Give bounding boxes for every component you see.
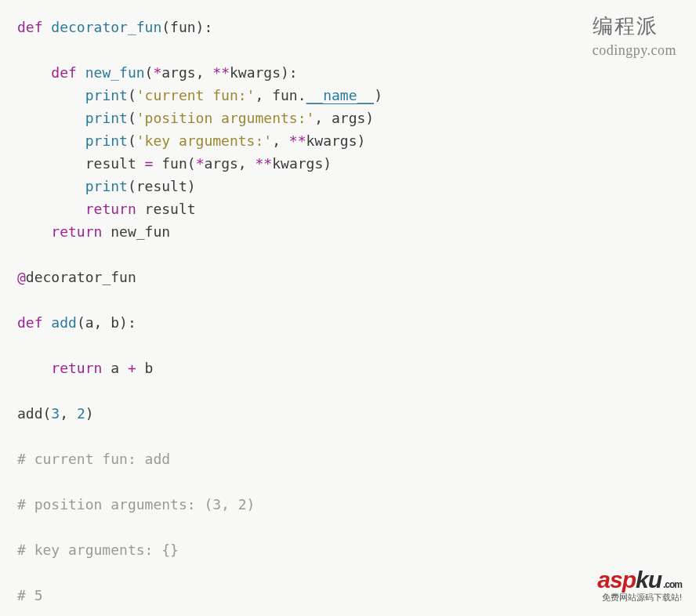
code-line: print(result)	[17, 178, 196, 194]
comment-line: # 5	[17, 587, 43, 603]
code-block: def decorator_fun(fun): def new_fun(*arg…	[0, 0, 696, 607]
code-line: def add(a, b):	[17, 314, 136, 331]
watermark-top-en: codingpy.com	[593, 42, 676, 60]
keyword-def: def	[51, 64, 77, 81]
builtin-print: print	[85, 132, 128, 149]
code-line: add(3, 2)	[17, 405, 94, 422]
code-line: return result	[17, 201, 196, 217]
code-line: def decorator_fun(fun):	[17, 19, 212, 35]
func-name: decorator_fun	[51, 19, 161, 35]
builtin-print: print	[85, 178, 128, 194]
watermark-top: 编程派 codingpy.com	[593, 14, 676, 59]
watermark-bottom: aspku.com 免费网站源码下载站!	[597, 568, 682, 602]
keyword-return: return	[51, 360, 102, 376]
code-line: print('key arguments:', **kwargs)	[17, 132, 365, 149]
dunder-name: __name__	[306, 87, 375, 104]
code-line: print('current fun:', fun.__name__)	[17, 87, 382, 104]
decorator-name: decorator_fun	[26, 269, 136, 285]
watermark-top-zh: 编程派	[593, 14, 676, 40]
watermark-bottom-sub: 免费网站源码下载站!	[597, 593, 682, 602]
code-line: return a + b	[17, 360, 153, 376]
keyword-def: def	[17, 19, 43, 35]
builtin-print: print	[85, 110, 128, 126]
comment-line: # key arguments: {}	[17, 542, 179, 558]
comment-line: # current fun: add	[17, 451, 170, 467]
code-line: def new_fun(*args, **kwargs):	[17, 64, 298, 81]
decorator-at: @	[17, 269, 26, 285]
func-name: new_fun	[85, 64, 145, 81]
comment-line: # position arguments: (3, 2)	[17, 496, 255, 513]
keyword-def: def	[17, 314, 43, 331]
builtin-print: print	[85, 87, 128, 103]
code-line: result = fun(*args, **kwargs)	[17, 155, 332, 172]
code-line: @decorator_fun	[17, 269, 136, 285]
keyword-return: return	[85, 201, 136, 217]
keyword-return: return	[51, 223, 102, 240]
code-line: return new_fun	[17, 223, 170, 240]
func-name: add	[51, 314, 77, 331]
watermark-bottom-brand: aspku.com	[597, 568, 682, 592]
code-line: print('position arguments:', args)	[17, 110, 374, 126]
